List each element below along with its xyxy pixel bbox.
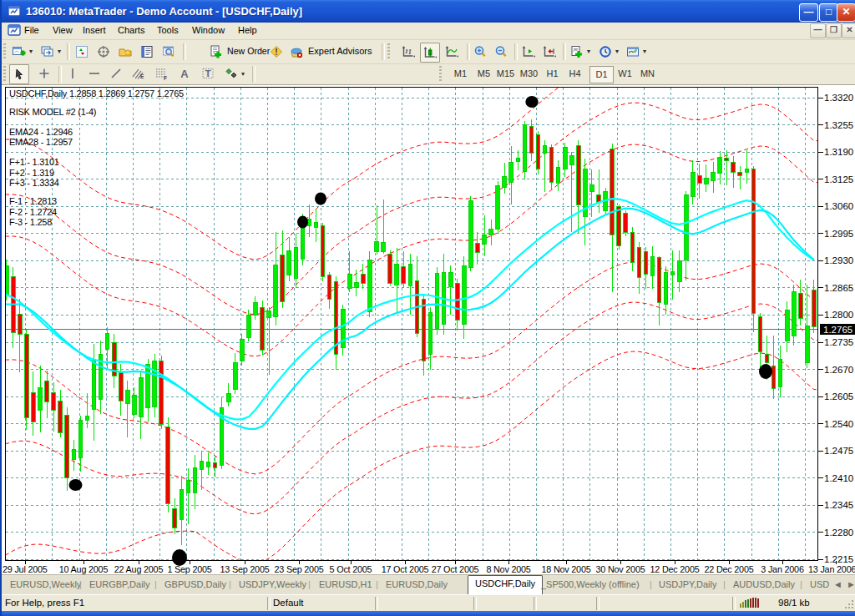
svg-text:EMA28 - 1.2957: EMA28 - 1.2957 (9, 137, 73, 147)
svg-text:13 Sep 2005: 13 Sep 2005 (220, 564, 269, 574)
svg-text:F-2 - 1.2724: F-2 - 1.2724 (9, 207, 57, 217)
svg-text:1.2670: 1.2670 (824, 365, 853, 375)
svg-text:1.2605: 1.2605 (824, 391, 853, 401)
svg-text:1.2475: 1.2475 (824, 446, 853, 456)
svg-text:3 Jan 2006: 3 Jan 2006 (761, 564, 804, 574)
svg-text:F-1 - 1.2813: F-1 - 1.2813 (9, 196, 57, 206)
svg-text:27 Oct 2005: 27 Oct 2005 (432, 564, 479, 574)
svg-text:18 Nov 2005: 18 Nov 2005 (541, 564, 590, 574)
svg-text:1.2930: 1.2930 (824, 255, 853, 265)
svg-text:1.2280: 1.2280 (824, 528, 853, 538)
svg-text:A: A (180, 68, 189, 80)
svg-text:1.2215: 1.2215 (824, 554, 853, 564)
svg-text:F+2 - 1.319: F+2 - 1.319 (9, 168, 54, 178)
svg-text:1.3255: 1.3255 (824, 120, 853, 130)
svg-text:F-3 - 1.258: F-3 - 1.258 (9, 217, 52, 227)
svg-text:13 Jan 2006: 13 Jan 2006 (808, 564, 855, 574)
svg-text:1.2410: 1.2410 (824, 473, 853, 483)
svg-text:!: ! (275, 48, 277, 57)
svg-text:USDCHF,Daily 1.2858 1.2869 1.: USDCHF,Daily 1.2858 1.2869 1.2757 1.2765 (9, 88, 184, 98)
svg-text:30 Nov 2005: 30 Nov 2005 (595, 564, 645, 574)
svg-text:8 Nov 2005: 8 Nov 2005 (486, 564, 530, 574)
svg-text:1.2345: 1.2345 (824, 500, 853, 510)
svg-text:1.2540: 1.2540 (824, 419, 853, 429)
svg-text:1.3060: 1.3060 (824, 201, 853, 211)
svg-text:22 Aug 2005: 22 Aug 2005 (114, 564, 164, 574)
svg-text:5 Oct 2005: 5 Oct 2005 (330, 564, 372, 574)
svg-text:12 Dec 2005: 12 Dec 2005 (650, 564, 699, 574)
svg-text:1.2765: 1.2765 (823, 325, 852, 335)
svg-text:1.2995: 1.2995 (824, 229, 853, 239)
svg-text:10 Aug 2005: 10 Aug 2005 (59, 564, 109, 574)
svg-text:1.3125: 1.3125 (824, 174, 853, 184)
svg-text:1.2865: 1.2865 (824, 283, 853, 293)
svg-text:1.2735: 1.2735 (824, 337, 853, 347)
svg-text:RISK MODEL #2 (1-4): RISK MODEL #2 (1-4) (9, 107, 96, 117)
svg-text:22 Dec 2005: 22 Dec 2005 (704, 564, 753, 574)
svg-text:1.3190: 1.3190 (824, 147, 853, 157)
svg-text:1 Sep 2005: 1 Sep 2005 (167, 564, 211, 574)
svg-text:1.2800: 1.2800 (824, 310, 853, 320)
svg-text:17 Oct 2005: 17 Oct 2005 (382, 564, 429, 574)
svg-text:F: F (164, 75, 167, 81)
svg-text:1.3320: 1.3320 (824, 93, 853, 103)
svg-text:E: E (140, 73, 144, 79)
svg-text:F+3 - 1.3334: F+3 - 1.3334 (9, 178, 59, 188)
svg-text:29 Jul 2005: 29 Jul 2005 (3, 564, 48, 574)
svg-text:T: T (205, 68, 211, 78)
svg-text:F+1 - 1.3101: F+1 - 1.3101 (9, 157, 59, 167)
svg-text:23 Sep 2005: 23 Sep 2005 (274, 564, 323, 574)
svg-text:EMA24 - 1.2946: EMA24 - 1.2946 (9, 127, 73, 137)
